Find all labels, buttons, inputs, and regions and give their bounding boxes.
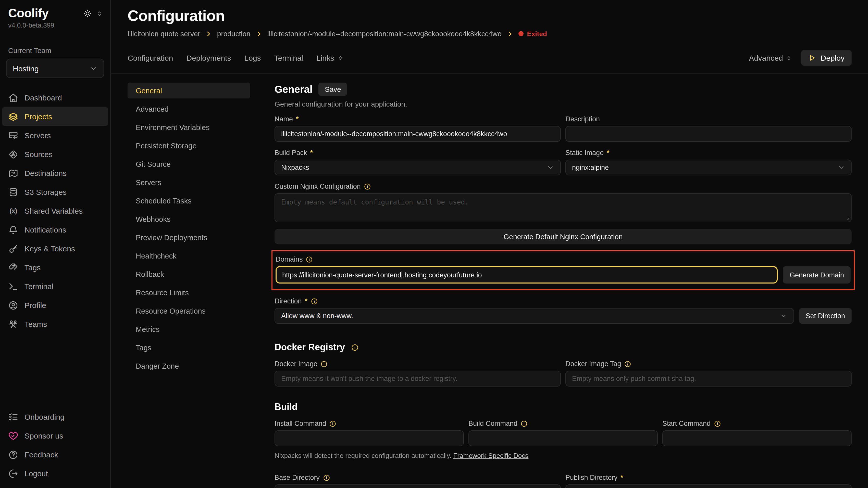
subnav-item-tags[interactable]: Tags bbox=[128, 339, 250, 355]
nixpacks-note: Nixpacks will detect the required config… bbox=[275, 452, 852, 459]
info-icon[interactable] bbox=[714, 420, 721, 427]
base-directory-input[interactable]: / bbox=[275, 484, 561, 488]
breadcrumb-environment[interactable]: production bbox=[217, 30, 251, 38]
domains-input[interactable]: https://illicitonion-quote-server-fronte… bbox=[276, 266, 778, 284]
status-label: Exited bbox=[527, 30, 547, 37]
braces-x-icon: (x) bbox=[8, 206, 19, 216]
docker-image-tag-label: Docker Image Tag bbox=[565, 360, 852, 368]
sidebar-item-projects[interactable]: Projects bbox=[2, 107, 108, 126]
subnav-item-persistent-storage[interactable]: Persistent Storage bbox=[128, 138, 250, 154]
sidebar-item-tags[interactable]: Tags bbox=[2, 258, 108, 277]
required-marker: * bbox=[310, 149, 313, 157]
info-icon[interactable] bbox=[311, 297, 318, 305]
sidebar-item-feedback[interactable]: Feedback bbox=[2, 445, 108, 464]
framework-docs-link[interactable]: Framework Specific Docs bbox=[453, 452, 528, 459]
tab-deployments[interactable]: Deployments bbox=[186, 54, 231, 62]
docker-image-input[interactable]: Empty means it won't push the image to a… bbox=[275, 371, 561, 387]
subnav-item-danger-zone[interactable]: Danger Zone bbox=[128, 358, 250, 374]
build-pack-select[interactable]: Nixpacks bbox=[275, 160, 561, 175]
advanced-menu[interactable]: Advanced bbox=[749, 54, 792, 62]
start-command-label: Start Command bbox=[662, 420, 852, 427]
publish-directory-label: Publish Directory* bbox=[565, 474, 852, 481]
sidebar-item-s3-storages[interactable]: S3 Storages bbox=[2, 183, 108, 201]
subnav-item-environment-variables[interactable]: Environment Variables bbox=[128, 119, 250, 135]
build-command-input[interactable] bbox=[468, 430, 658, 446]
static-image-label: Static Image* bbox=[565, 149, 852, 157]
install-command-label: Install Command bbox=[275, 420, 464, 427]
chevron-down-icon bbox=[90, 65, 97, 72]
sidebar-item-dashboard[interactable]: Dashboard bbox=[2, 88, 108, 107]
subnav-item-healthcheck[interactable]: Healthcheck bbox=[128, 248, 250, 264]
sidebar-item-shared-variables[interactable]: (x) Shared Variables bbox=[2, 201, 108, 220]
sidebar-item-sources[interactable]: Sources bbox=[2, 145, 108, 164]
sidebar-item-label: Sponsor us bbox=[25, 431, 63, 440]
sidebar-item-label: Sources bbox=[25, 150, 53, 159]
subnav-item-general[interactable]: General bbox=[128, 83, 250, 98]
sidebar-item-destinations[interactable]: Destinations bbox=[2, 164, 108, 183]
tab-configuration[interactable]: Configuration bbox=[128, 54, 173, 62]
subnav-item-preview-deployments[interactable]: Preview Deployments bbox=[128, 229, 250, 245]
resize-grip-icon[interactable] bbox=[845, 216, 849, 220]
chevron-right-icon bbox=[507, 30, 513, 37]
chevron-updown-icon[interactable] bbox=[96, 9, 103, 18]
breadcrumb-project[interactable]: illicitonion quote server bbox=[128, 30, 200, 38]
status-dot-icon bbox=[519, 31, 524, 36]
docker-image-tag-input[interactable]: Empty means only push commit sha tag. bbox=[565, 371, 852, 387]
sidebar-item-onboarding[interactable]: Onboarding bbox=[2, 408, 108, 426]
info-icon[interactable] bbox=[320, 360, 328, 367]
tab-links[interactable]: Links bbox=[316, 54, 343, 62]
custom-nginx-textarea[interactable]: Empty means default configuration will b… bbox=[275, 193, 852, 222]
subnav-item-metrics[interactable]: Metrics bbox=[128, 321, 250, 337]
info-icon[interactable] bbox=[330, 420, 337, 427]
publish-directory-input[interactable]: / bbox=[565, 484, 852, 488]
info-icon[interactable] bbox=[364, 183, 371, 190]
deploy-button[interactable]: Deploy bbox=[801, 50, 852, 66]
generate-nginx-button[interactable]: Generate Default Nginx Configuration bbox=[275, 229, 852, 244]
start-command-input[interactable] bbox=[662, 430, 852, 446]
subnav-item-webhooks[interactable]: Webhooks bbox=[128, 211, 250, 227]
subnav-item-resource-operations[interactable]: Resource Operations bbox=[128, 303, 250, 319]
install-command-input[interactable] bbox=[275, 430, 464, 446]
sidebar-item-terminal[interactable]: Terminal bbox=[2, 277, 108, 296]
team-select-value: Hosting bbox=[13, 64, 39, 73]
info-icon[interactable] bbox=[351, 344, 359, 351]
sidebar-item-logout[interactable]: Logout bbox=[2, 464, 108, 483]
info-icon[interactable] bbox=[521, 420, 528, 427]
layers-icon bbox=[8, 111, 19, 122]
team-select[interactable]: Hosting bbox=[6, 59, 104, 78]
info-icon[interactable] bbox=[624, 360, 631, 367]
generate-domain-button[interactable]: Generate Domain bbox=[783, 266, 851, 284]
section-title-general: General bbox=[275, 84, 313, 95]
sun-icon[interactable] bbox=[83, 9, 92, 18]
name-input[interactable]: illicitestonion/-module--decomposition:m… bbox=[275, 126, 561, 142]
sidebar-item-notifications[interactable]: Notifications bbox=[2, 220, 108, 239]
subnav-item-git-source[interactable]: Git Source bbox=[128, 156, 250, 172]
subnav-item-resource-limits[interactable]: Resource Limits bbox=[128, 285, 250, 300]
sidebar-item-profile[interactable]: Profile bbox=[2, 296, 108, 315]
sidebar-item-teams[interactable]: Teams bbox=[2, 315, 108, 333]
sidebar-item-label: Teams bbox=[25, 320, 47, 328]
set-direction-button[interactable]: Set Direction bbox=[799, 308, 852, 324]
subnav-item-rollback[interactable]: Rollback bbox=[128, 266, 250, 282]
sidebar-item-sponsor-us[interactable]: Sponsor us bbox=[2, 426, 108, 445]
sidebar-item-label: Destinations bbox=[25, 169, 67, 177]
direction-select[interactable]: Allow www & non-www. bbox=[275, 308, 794, 324]
sidebar-item-label: Feedback bbox=[25, 450, 58, 459]
sidebar-item-servers[interactable]: Servers bbox=[2, 126, 108, 145]
user-circle-icon bbox=[8, 300, 19, 310]
subnav-item-scheduled-tasks[interactable]: Scheduled Tasks bbox=[128, 193, 250, 208]
description-input[interactable] bbox=[565, 126, 852, 142]
save-button[interactable]: Save bbox=[319, 83, 347, 96]
tab-logs[interactable]: Logs bbox=[244, 54, 261, 62]
info-icon[interactable] bbox=[323, 474, 330, 481]
sidebar-item-keys-tokens[interactable]: Keys & Tokens bbox=[2, 239, 108, 258]
docker-image-label: Docker Image bbox=[275, 360, 561, 368]
tab-terminal[interactable]: Terminal bbox=[274, 54, 303, 62]
breadcrumb-application[interactable]: illicitestonion/-module--decomposition:m… bbox=[268, 30, 502, 38]
chevron-down-icon bbox=[779, 312, 787, 320]
info-icon[interactable] bbox=[306, 256, 313, 263]
subnav-item-advanced[interactable]: Advanced bbox=[128, 101, 250, 117]
static-image-select[interactable]: nginx:alpine bbox=[565, 160, 852, 175]
base-directory-label: Base Directory bbox=[275, 474, 561, 481]
subnav-item-servers[interactable]: Servers bbox=[128, 174, 250, 190]
